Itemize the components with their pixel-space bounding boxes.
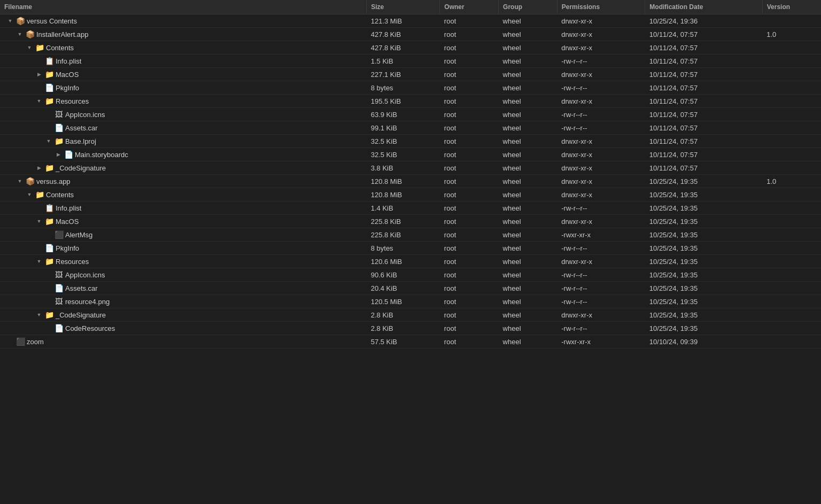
file-icon: 📄: [55, 123, 63, 132]
file-group: wheel: [499, 268, 557, 282]
file-owner: root: [440, 228, 499, 242]
binary-icon: ⬛: [55, 230, 63, 239]
col-header-moddate[interactable]: Modification Date: [645, 0, 762, 14]
filename-cell: 📋Info.plist: [0, 201, 367, 215]
col-header-filename[interactable]: Filename: [0, 0, 367, 14]
expand-toggle[interactable]: [45, 271, 52, 278]
file-permissions: drwxr-xr-x: [557, 308, 645, 322]
expand-toggle[interactable]: ▼: [26, 191, 33, 198]
filename-cell: ▼📦versus Contents: [0, 14, 367, 28]
file-owner: root: [440, 161, 499, 175]
expand-toggle[interactable]: ▼: [35, 311, 43, 319]
table-row[interactable]: 📋Info.plist1.4 KiBrootwheel-rw-r--r--10/…: [0, 201, 821, 215]
expand-toggle[interactable]: [45, 111, 52, 118]
file-size: 195.5 KiB: [367, 95, 440, 108]
plist-icon: 📋: [45, 57, 53, 65]
expand-toggle[interactable]: ▶: [55, 151, 62, 158]
col-header-group[interactable]: Group: [499, 0, 557, 14]
file-version: [762, 14, 821, 28]
filename-cell: 📄Assets.car: [0, 121, 367, 135]
table-row[interactable]: ▶📄Main.storyboardc32.5 KiBrootwheeldrwxr…: [0, 148, 821, 161]
table-row[interactable]: ⬛zoom57.5 KiBrootwheel-rwxr-xr-x10/10/24…: [0, 335, 821, 348]
folder-icon: 📁: [45, 164, 53, 172]
table-row[interactable]: ▼📦versus.app120.8 MiBrootwheeldrwxr-xr-x…: [0, 175, 821, 188]
file-group: wheel: [499, 121, 557, 135]
expand-toggle[interactable]: [6, 338, 14, 345]
expand-toggle[interactable]: [45, 284, 52, 292]
file-moddate: 10/25/24, 19:35: [645, 188, 762, 201]
file-name: AppIcon.icns: [65, 111, 362, 119]
file-group: wheel: [499, 255, 557, 268]
file-name: _CodeSignature: [56, 164, 362, 172]
table-row[interactable]: 📄Assets.car20.4 KiBrootwheel-rw-r--r--10…: [0, 282, 821, 295]
expand-toggle[interactable]: [45, 298, 52, 305]
file-permissions: drwxr-xr-x: [557, 215, 645, 228]
expand-toggle[interactable]: ▼: [35, 218, 43, 225]
file-moddate: 10/25/24, 19:35: [645, 282, 762, 295]
table-row[interactable]: 📄PkgInfo8 bytesrootwheel-rw-r--r--10/11/…: [0, 81, 821, 95]
expand-toggle[interactable]: ▼: [45, 137, 52, 145]
file-owner: root: [440, 242, 499, 255]
file-version: [762, 68, 821, 81]
folder-icon: 📁: [35, 43, 44, 52]
file-size: 227.1 KiB: [367, 68, 440, 81]
folder-icon: 📁: [45, 257, 53, 266]
expand-toggle[interactable]: ▼: [6, 17, 14, 25]
expand-toggle[interactable]: [35, 244, 43, 252]
file-moddate: 10/25/24, 19:35: [645, 268, 762, 282]
filename-cell: ⬛zoom: [0, 335, 367, 348]
folder-icon: 📁: [45, 97, 53, 105]
filename-cell: ▼📦versus.app: [0, 175, 367, 188]
table-row[interactable]: 🖼AppIcon.icns90.6 KiBrootwheel-rw-r--r--…: [0, 268, 821, 282]
filename-cell: ▼📁Resources: [0, 255, 367, 268]
col-header-version[interactable]: Version: [762, 0, 821, 14]
file-size: 2.8 KiB: [367, 322, 440, 335]
file-moddate: 10/25/24, 19:35: [645, 215, 762, 228]
col-header-size[interactable]: Size: [367, 0, 440, 14]
table-row[interactable]: 🖼AppIcon.icns63.9 KiBrootwheel-rw-r--r--…: [0, 108, 821, 121]
file-name: MacOS: [56, 218, 362, 226]
binary-icon: ⬛: [16, 337, 25, 346]
table-row[interactable]: ▼📁Resources195.5 KiBrootwheeldrwxr-xr-x1…: [0, 95, 821, 108]
table-row[interactable]: ▶📁MacOS227.1 KiBrootwheeldrwxr-xr-x10/11…: [0, 68, 821, 81]
table-row[interactable]: 🖼resource4.png120.5 MiBrootwheel-rw-r--r…: [0, 295, 821, 308]
col-header-permissions[interactable]: Permissions: [557, 0, 645, 14]
app-icon: 📦: [26, 30, 34, 38]
table-row[interactable]: 📄Assets.car99.1 KiBrootwheel-rw-r--r--10…: [0, 121, 821, 135]
file-version: [762, 255, 821, 268]
file-permissions: drwxr-xr-x: [557, 28, 645, 41]
expand-toggle[interactable]: ▶: [35, 71, 43, 78]
expand-toggle[interactable]: ▶: [35, 164, 43, 172]
expand-toggle[interactable]: ▼: [35, 97, 43, 105]
table-row[interactable]: ▼📁Resources120.6 MiBrootwheeldrwxr-xr-x1…: [0, 255, 821, 268]
table-row[interactable]: 📋Info.plist1.5 KiBrootwheel-rw-r--r--10/…: [0, 55, 821, 68]
expand-toggle[interactable]: [45, 124, 52, 131]
expand-toggle[interactable]: [45, 231, 52, 238]
table-row[interactable]: ▼📁Contents120.8 MiBrootwheeldrwxr-xr-x10…: [0, 188, 821, 201]
file-owner: root: [440, 322, 499, 335]
table-row[interactable]: ▼📁Contents427.8 KiBrootwheeldrwxr-xr-x10…: [0, 41, 821, 55]
expand-toggle[interactable]: [35, 204, 43, 212]
col-header-owner[interactable]: Owner: [440, 0, 499, 14]
table-row[interactable]: ▼📁_CodeSignature2.8 KiBrootwheeldrwxr-xr…: [0, 308, 821, 322]
table-row[interactable]: ▼📦InstallerAlert.app427.8 KiBrootwheeldr…: [0, 28, 821, 41]
expand-toggle[interactable]: [45, 324, 52, 332]
expand-toggle[interactable]: ▼: [16, 177, 24, 185]
expand-toggle[interactable]: ▼: [35, 258, 43, 265]
file-owner: root: [440, 295, 499, 308]
expand-toggle[interactable]: [35, 57, 43, 65]
file-browser[interactable]: Filename Size Owner Group Permissions Mo…: [0, 0, 821, 504]
table-row[interactable]: 📄CodeResources2.8 KiBrootwheel-rw-r--r--…: [0, 322, 821, 335]
expand-toggle[interactable]: [35, 84, 43, 91]
file-version: [762, 188, 821, 201]
expand-toggle[interactable]: ▼: [26, 44, 33, 51]
table-row[interactable]: ⬛AlertMsg225.8 KiBrootwheel-rwxr-xr-x10/…: [0, 228, 821, 242]
table-row[interactable]: ▶📁_CodeSignature3.8 KiBrootwheeldrwxr-xr…: [0, 161, 821, 175]
table-row[interactable]: ▼📁MacOS225.8 KiBrootwheeldrwxr-xr-x10/25…: [0, 215, 821, 228]
table-row[interactable]: 📄PkgInfo8 bytesrootwheel-rw-r--r--10/25/…: [0, 242, 821, 255]
expand-toggle[interactable]: ▼: [16, 30, 24, 38]
file-version: [762, 201, 821, 215]
table-row[interactable]: ▼📁Base.lproj32.5 KiBrootwheeldrwxr-xr-x1…: [0, 135, 821, 148]
table-row[interactable]: ▼📦versus Contents121.3 MiBrootwheeldrwxr…: [0, 14, 821, 28]
file-permissions: -rw-r--r--: [557, 282, 645, 295]
